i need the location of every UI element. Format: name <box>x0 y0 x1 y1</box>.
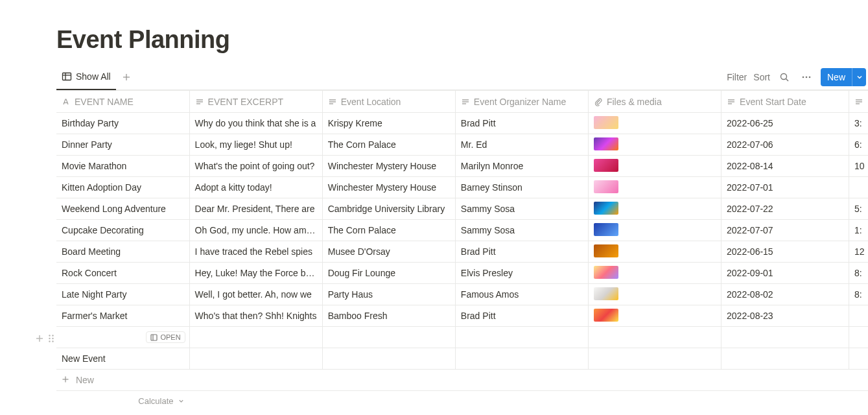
row-add-button[interactable] <box>33 332 46 345</box>
cell-excerpt[interactable]: Hey, Luke! May the Force be w <box>189 263 322 284</box>
table-row[interactable]: Rock ConcertHey, Luke! May the Force be … <box>56 263 868 284</box>
cell-name[interactable]: Birthday Party <box>56 113 189 134</box>
cell-time[interactable]: 10 <box>849 156 868 177</box>
cell-organizer[interactable]: Sammy Sosa <box>455 198 588 220</box>
cell-files[interactable] <box>588 177 721 198</box>
cell-time[interactable]: 8: <box>849 284 868 305</box>
cell-start[interactable]: 2022-08-14 <box>721 156 849 177</box>
cell-location[interactable]: Cambridge University Library <box>322 198 455 220</box>
col-header-location[interactable]: Event Location <box>322 91 455 113</box>
table-row[interactable]: Birthday PartyWhy do you think that she … <box>56 113 868 134</box>
cell-organizer[interactable]: Sammy Sosa <box>455 220 588 241</box>
cell-start[interactable]: 2022-06-15 <box>721 241 849 263</box>
cell-start[interactable]: 2022-08-23 <box>721 305 849 327</box>
cell-name[interactable]: Kitten Adoption Day <box>56 177 189 198</box>
col-header-files[interactable]: Files & media <box>588 91 721 113</box>
sort-button[interactable]: Sort <box>753 72 770 82</box>
more-button[interactable] <box>799 69 814 85</box>
cell-time[interactable] <box>849 177 868 198</box>
cell-organizer[interactable]: Famous Amos <box>455 284 588 305</box>
filter-button[interactable]: Filter <box>727 72 747 82</box>
row-drag-handle[interactable] <box>45 332 58 345</box>
cell-files[interactable] <box>588 156 721 177</box>
table-row[interactable]: Kitten Adoption DayAdopt a kitty today!W… <box>56 177 868 198</box>
file-thumbnail[interactable] <box>594 159 618 172</box>
cell-files[interactable] <box>588 305 721 327</box>
cell-time[interactable] <box>849 305 868 327</box>
cell-name[interactable]: Dinner Party <box>56 134 189 156</box>
table-row[interactable]: Cupcake DecoratingOh God, my uncle. How … <box>56 220 868 241</box>
cell-files[interactable] <box>588 263 721 284</box>
cell-files[interactable] <box>588 134 721 156</box>
cell-time[interactable]: 12 <box>849 241 868 263</box>
file-thumbnail[interactable] <box>594 223 618 236</box>
table-row[interactable]: Movie MarathonWhat's the point of going … <box>56 156 868 177</box>
cell-excerpt[interactable]: Well, I got better. Ah, now we <box>189 284 322 305</box>
cell-excerpt[interactable]: I have traced the Rebel spies <box>189 241 322 263</box>
file-thumbnail[interactable] <box>594 287 618 300</box>
cell-name[interactable]: Board Meeting <box>56 241 189 263</box>
cell-start[interactable]: 2022-08-02 <box>721 284 849 305</box>
cell-organizer[interactable]: Brad Pitt <box>455 305 588 327</box>
cell-start[interactable]: 2022-07-22 <box>721 198 849 220</box>
table-row[interactable]: Farmer's MarketWho's that then? Shh! Kni… <box>56 305 868 327</box>
col-header-start[interactable]: Event Start Date <box>721 91 849 113</box>
cell-files[interactable] <box>588 284 721 305</box>
open-button[interactable]: OPEN <box>146 331 185 343</box>
blank-row[interactable]: OPEN <box>56 327 868 348</box>
add-view-button[interactable] <box>119 69 134 85</box>
col-header-organizer[interactable]: Event Organizer Name <box>455 91 588 113</box>
cell-name[interactable]: Weekend Long Adventure <box>56 198 189 220</box>
file-thumbnail[interactable] <box>594 180 618 193</box>
cell-files[interactable] <box>588 220 721 241</box>
cell-name[interactable]: New Event <box>56 348 189 370</box>
cell-name[interactable]: Farmer's Market <box>56 305 189 327</box>
cell-organizer[interactable]: Elvis Presley <box>455 263 588 284</box>
cell-name[interactable]: Late Night Party <box>56 284 189 305</box>
cell-organizer[interactable]: Barney Stinson <box>455 177 588 198</box>
file-thumbnail[interactable] <box>594 244 618 257</box>
cell-start[interactable]: 2022-09-01 <box>721 263 849 284</box>
cell-name[interactable]: Movie Marathon <box>56 156 189 177</box>
table-row[interactable]: Board MeetingI have traced the Rebel spi… <box>56 241 868 263</box>
cell-start[interactable]: 2022-07-01 <box>721 177 849 198</box>
table-row[interactable]: Weekend Long AdventureDear Mr. President… <box>56 198 868 220</box>
file-thumbnail[interactable] <box>594 309 618 322</box>
cell-time[interactable]: 8: <box>849 263 868 284</box>
cell-location[interactable]: Krispy Kreme <box>322 113 455 134</box>
cell-location[interactable]: Musee D'Orsay <box>322 241 455 263</box>
new-button[interactable]: New <box>821 68 866 86</box>
cell-location[interactable]: The Corn Palace <box>322 134 455 156</box>
cell-start[interactable]: 2022-06-25 <box>721 113 849 134</box>
new-button-caret[interactable] <box>852 68 866 86</box>
cell-excerpt[interactable]: Why do you think that she is a <box>189 113 322 134</box>
col-header-excerpt[interactable]: EVENT EXCERPT <box>189 91 322 113</box>
cell-start[interactable]: 2022-07-06 <box>721 134 849 156</box>
cell-location[interactable]: Bamboo Fresh <box>322 305 455 327</box>
cell-files[interactable] <box>588 198 721 220</box>
file-thumbnail[interactable] <box>594 202 618 215</box>
file-thumbnail[interactable] <box>594 137 618 150</box>
cell-location[interactable]: Doug Fir Lounge <box>322 263 455 284</box>
cell-location[interactable]: Winchester Mystery House <box>322 156 455 177</box>
cell-time[interactable]: 1: <box>849 220 868 241</box>
cell-start[interactable]: 2022-07-07 <box>721 220 849 241</box>
cell-excerpt[interactable]: Dear Mr. President, There are <box>189 198 322 220</box>
cell-organizer[interactable]: Marilyn Monroe <box>455 156 588 177</box>
cell-organizer[interactable]: Mr. Ed <box>455 134 588 156</box>
cell-time[interactable]: 6: <box>849 134 868 156</box>
cell-location[interactable]: The Corn Palace <box>322 220 455 241</box>
table-row[interactable]: New Event <box>56 348 868 370</box>
cell-excerpt[interactable]: What's the point of going out? <box>189 156 322 177</box>
cell-location[interactable]: Party Haus <box>322 284 455 305</box>
file-thumbnail[interactable] <box>594 266 618 279</box>
tab-show-all[interactable]: Show All <box>56 65 116 90</box>
file-thumbnail[interactable] <box>594 116 618 129</box>
cell-excerpt[interactable]: Who's that then? Shh! Knights <box>189 305 322 327</box>
col-header-extra[interactable] <box>849 91 868 113</box>
cell-excerpt[interactable]: Adopt a kitty today! <box>189 177 322 198</box>
cell-organizer[interactable]: Brad Pitt <box>455 113 588 134</box>
cell-files[interactable] <box>588 241 721 263</box>
cell-time[interactable]: 3: <box>849 113 868 134</box>
cell-name[interactable]: Cupcake Decorating <box>56 220 189 241</box>
